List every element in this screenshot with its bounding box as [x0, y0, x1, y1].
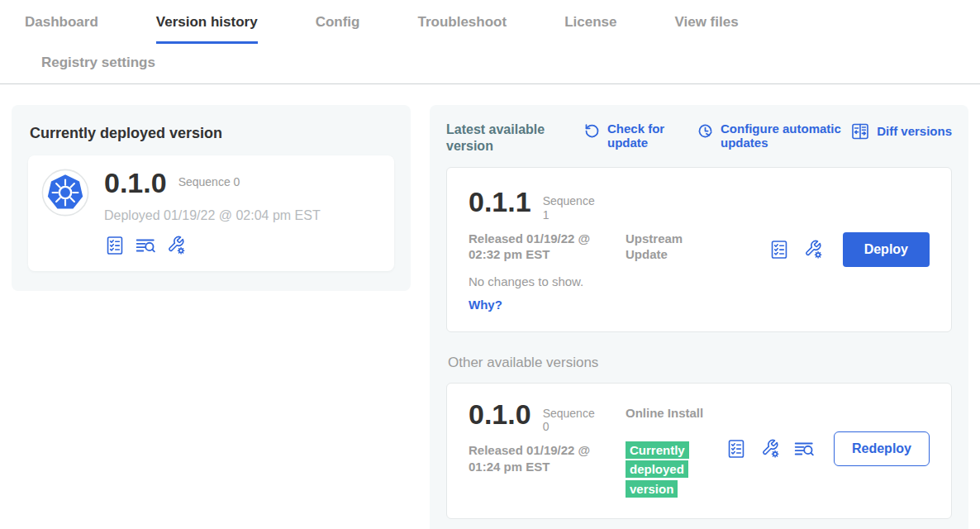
latest-header: Latest available version Check for updat…: [446, 122, 952, 155]
other-version-number: 0.1.0: [469, 400, 531, 430]
deployed-timestamp: Deployed 01/19/22 @ 02:04 pm EST: [104, 208, 321, 223]
currently-deployed-panel: Currently deployed version 0.1.0 Sequenc…: [12, 105, 411, 291]
top-navbar: Dashboard Version history Config Trouble…: [0, 0, 980, 84]
tab-version-history[interactable]: Version history: [156, 14, 258, 44]
other-released-timestamp: Released 01/19/22 @ 01:24 pm EST: [469, 442, 622, 498]
tab-registry-settings[interactable]: Registry settings: [41, 55, 155, 83]
other-version-card: 0.1.0 Sequence 0 Online Install Released…: [446, 383, 952, 519]
deployed-version-card: 0.1.0 Sequence 0 Deployed 01/19/22 @ 02:…: [28, 155, 394, 271]
main-content: Currently deployed version 0.1.0 Sequenc…: [0, 84, 980, 529]
latest-source-label: Upstream Update: [626, 231, 708, 263]
configure-automatic-updates-label: Configure automatic updates: [721, 122, 846, 150]
other-version-info: 0.1.0 Sequence 0 Online Install Released…: [469, 400, 725, 498]
check-for-update-link[interactable]: Check for update: [583, 122, 673, 150]
latest-sequence: Sequence 1: [543, 194, 601, 222]
why-link[interactable]: Why?: [469, 298, 502, 312]
no-changes-note: No changes to show.: [469, 274, 725, 288]
nav-row-primary: Dashboard Version history Config Trouble…: [25, 0, 955, 44]
deployed-version-number: 0.1.0: [104, 169, 167, 198]
latest-available-panel: Latest available version Check for updat…: [430, 105, 968, 529]
latest-version-info: 0.1.1 Sequence 1 Released 01/19/22 @ 02:…: [469, 188, 725, 312]
redeploy-button[interactable]: Redeploy: [834, 431, 930, 466]
kubernetes-icon: [41, 169, 89, 217]
deployed-sequence: Sequence 0: [178, 175, 240, 189]
diff-versions-label: Diff versions: [877, 124, 952, 138]
edit-config-icon[interactable]: [759, 438, 781, 460]
other-version-actions: Redeploy: [725, 431, 930, 466]
tab-view-files[interactable]: View files: [674, 14, 738, 44]
preflight-checks-icon[interactable]: [104, 235, 126, 256]
deploy-logs-icon[interactable]: [135, 235, 156, 256]
deployed-actions: [104, 235, 321, 256]
preflight-checks-icon[interactable]: [725, 438, 747, 460]
configure-automatic-updates-link[interactable]: Configure automatic updates: [697, 122, 846, 150]
latest-released-timestamp: Released 01/19/22 @ 02:32 pm EST: [469, 231, 622, 263]
edit-config-icon[interactable]: [165, 235, 187, 256]
deploy-logs-icon[interactable]: [793, 438, 815, 460]
currently-deployed-badge: Currently deployed version: [626, 441, 689, 497]
tab-dashboard[interactable]: Dashboard: [25, 14, 98, 44]
status-badge-wrap: Currently deployed version: [626, 441, 697, 498]
latest-available-title: Latest available version: [446, 122, 560, 155]
latest-version-number: 0.1.1: [469, 188, 531, 217]
other-source-label: Online Install: [626, 405, 708, 435]
currently-deployed-title: Currently deployed version: [30, 125, 394, 142]
other-version-row: 0.1.0 Sequence 0: [469, 400, 626, 435]
other-sequence: Sequence 0: [543, 407, 601, 435]
deployed-version-row: 0.1.0 Sequence 0: [104, 169, 321, 198]
tab-troubleshoot[interactable]: Troubleshoot: [417, 14, 507, 44]
latest-version-row: 0.1.1 Sequence 1: [469, 188, 725, 222]
preflight-checks-icon[interactable]: [768, 239, 790, 260]
edit-config-icon[interactable]: [802, 239, 824, 260]
deployed-version-details: 0.1.0 Sequence 0 Deployed 01/19/22 @ 02:…: [104, 169, 321, 256]
tab-config[interactable]: Config: [316, 14, 360, 44]
diff-versions-link[interactable]: Diff versions: [850, 122, 952, 141]
latest-version-actions: Deploy: [768, 232, 930, 267]
other-versions-title: Other available versions: [448, 355, 952, 371]
latest-version-card: 0.1.1 Sequence 1 Released 01/19/22 @ 02:…: [446, 167, 952, 332]
tab-license[interactable]: License: [564, 14, 616, 44]
check-for-update-label: Check for update: [607, 122, 673, 150]
check-update-icon: [583, 122, 601, 140]
deploy-button[interactable]: Deploy: [843, 232, 930, 267]
auto-update-icon: [697, 122, 714, 140]
diff-icon: [850, 122, 870, 141]
nav-row-secondary: Registry settings: [25, 44, 955, 83]
